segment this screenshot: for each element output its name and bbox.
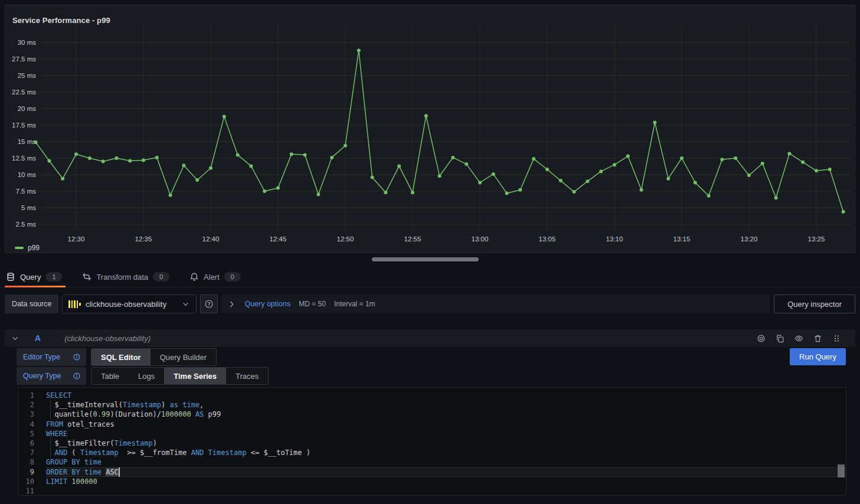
bell-icon <box>189 272 199 282</box>
query-inspector-button[interactable]: Query inspector <box>774 294 855 313</box>
query-type-option-logs[interactable]: Logs <box>129 368 164 384</box>
editor-type-option-sql-editor[interactable]: SQL Editor <box>91 349 151 365</box>
query-type-label-box: Query Type <box>17 367 86 385</box>
tab-query-label: Query <box>20 273 41 282</box>
timeseries-chart: 30 ms27.5 ms25 ms22.5 ms20 ms17.5 ms15 m… <box>5 5 855 253</box>
svg-text:15 ms: 15 ms <box>18 138 37 145</box>
info-icon[interactable] <box>73 372 81 380</box>
editor-scrollbar-thumb[interactable] <box>838 464 845 477</box>
line-content: quantile(0.99)(Duration)/1000000 AS p99 <box>46 410 846 419</box>
line-number: 2 <box>18 400 34 410</box>
svg-text:12:35: 12:35 <box>135 235 152 243</box>
editor-type-row: Editor Type SQL EditorQuery Builder <box>17 348 217 366</box>
code-line-5[interactable]: 5WHERE <box>18 429 846 438</box>
code-line-6[interactable]: 6 $__timeFilter(Timestamp) <box>18 438 846 448</box>
query-type-option-table[interactable]: Table <box>91 368 129 384</box>
delete-query-icon[interactable] <box>813 334 822 343</box>
query-options-toggle[interactable]: Query options <box>244 300 290 308</box>
run-query-button[interactable]: Run Query <box>790 348 846 365</box>
datasource-picker[interactable]: clickhouse-observability <box>62 294 197 313</box>
svg-text:30 ms: 30 ms <box>18 39 37 46</box>
line-content: FROM otel_traces <box>46 420 846 429</box>
grafana-panel-edit-view: 30 ms27.5 ms25 ms22.5 ms20 ms17.5 ms15 m… <box>0 0 860 504</box>
svg-text:13:10: 13:10 <box>606 235 623 243</box>
line-number: 4 <box>18 420 34 429</box>
svg-text:10 ms: 10 ms <box>18 171 37 178</box>
question-circle-icon: ? <box>204 299 214 309</box>
line-content: ORDER BY time ASC <box>46 467 846 477</box>
chevron-down-icon <box>181 300 190 309</box>
code-line-1[interactable]: 1SELECT <box>18 391 846 400</box>
svg-text:12:50: 12:50 <box>337 235 354 243</box>
svg-text:13:05: 13:05 <box>539 235 556 243</box>
info-icon[interactable] <box>73 353 81 361</box>
line-content: AND ( Timestamp >= $__fromTime AND Times… <box>46 448 846 457</box>
horizontal-scrollbar-thumb[interactable] <box>372 257 479 261</box>
editor-type-option-query-builder[interactable]: Query Builder <box>151 349 216 365</box>
datasource-help-button[interactable]: ? <box>200 294 218 313</box>
code-line-11[interactable]: 11 <box>18 486 846 496</box>
svg-text:13:15: 13:15 <box>673 235 691 243</box>
query-type-option-time-series[interactable]: Time Series <box>164 368 226 384</box>
editor-type-group: SQL EditorQuery Builder <box>91 348 217 366</box>
line-number: 6 <box>18 438 34 448</box>
line-number: 1 <box>18 391 34 400</box>
tab-transform-badge: 0 <box>153 272 169 282</box>
transform-icon <box>82 272 91 282</box>
tab-transform-label: Transform data <box>96 273 148 282</box>
drag-handle-icon[interactable] <box>832 334 841 343</box>
line-content: WHERE <box>46 429 846 438</box>
legend-swatch-p99 <box>15 247 24 249</box>
duplicate-query-icon[interactable] <box>776 334 784 343</box>
query-ref-id[interactable]: A <box>35 333 41 343</box>
line-content <box>46 486 846 496</box>
line-content: GROUP BY time <box>46 457 846 467</box>
query-type-option-traces[interactable]: Traces <box>226 368 268 384</box>
line-number: 7 <box>18 448 34 457</box>
code-line-10[interactable]: 10LIMIT 100000 <box>18 477 846 486</box>
code-line-9[interactable]: 9ORDER BY time ASC <box>18 467 846 477</box>
panel-edit-tabs: Query 1 Transform data 0 Alert 0 <box>0 267 860 287</box>
code-line-2[interactable]: 2 $__timeInterval(Timestamp) as time, <box>18 400 846 410</box>
datasource-bar: Data source clickhouse-observability ? Q… <box>5 294 855 313</box>
line-content: SELECT <box>46 391 846 400</box>
clickhouse-logo-icon <box>68 300 81 308</box>
query-row-header[interactable]: A (clickhouse-observability) <box>5 329 855 347</box>
code-line-8[interactable]: 8GROUP BY time <box>18 457 846 467</box>
legend-label: p99 <box>28 244 40 252</box>
sql-editor[interactable]: 1SELECT2 $__timeInterval(Timestamp) as t… <box>18 387 846 496</box>
code-line-3[interactable]: 3 quantile(0.99)(Duration)/1000000 AS p9… <box>18 410 846 419</box>
svg-text:5 ms: 5 ms <box>21 204 36 211</box>
query-row-actions <box>757 334 841 343</box>
svg-text:12:40: 12:40 <box>202 235 220 243</box>
datasource-picker-value: clickhouse-observability <box>86 300 177 309</box>
svg-text:20 ms: 20 ms <box>18 105 37 112</box>
code-line-7[interactable]: 7 AND ( Timestamp >= $__fromTime AND Tim… <box>18 448 846 457</box>
svg-text:2.5 ms: 2.5 ms <box>15 221 36 228</box>
svg-text:12.5 ms: 12.5 ms <box>12 155 36 162</box>
line-number: 5 <box>18 429 34 438</box>
query-type-label: Query Type <box>23 372 61 380</box>
hide-response-eye-icon[interactable] <box>794 334 803 343</box>
tab-alert-badge: 0 <box>224 272 241 282</box>
legend-item-p99[interactable]: p99 <box>15 244 40 252</box>
disable-query-icon[interactable] <box>757 334 766 343</box>
svg-text:12:55: 12:55 <box>404 235 421 243</box>
tab-alert[interactable]: Alert 0 <box>188 267 244 287</box>
svg-text:7.5 ms: 7.5 ms <box>15 188 36 195</box>
tab-alert-label: Alert <box>204 273 220 282</box>
tab-transform-data[interactable]: Transform data 0 <box>81 267 173 287</box>
svg-text:22.5 ms: 22.5 ms <box>12 89 36 96</box>
tab-query[interactable]: Query 1 <box>5 267 66 287</box>
chevron-right-icon[interactable] <box>227 300 236 309</box>
collapse-chevron-icon[interactable] <box>11 334 19 343</box>
svg-text:12:30: 12:30 <box>68 235 85 243</box>
svg-text:12:45: 12:45 <box>270 235 287 243</box>
max-data-points-value: MD = 50 <box>299 300 326 308</box>
code-line-4[interactable]: 4FROM otel_traces <box>18 420 846 429</box>
sql-code: 1SELECT2 $__timeInterval(Timestamp) as t… <box>18 391 846 496</box>
line-number: 3 <box>18 410 34 419</box>
svg-text:13:20: 13:20 <box>741 235 758 243</box>
line-number: 11 <box>18 486 34 496</box>
line-content: LIMIT 100000 <box>46 477 846 486</box>
